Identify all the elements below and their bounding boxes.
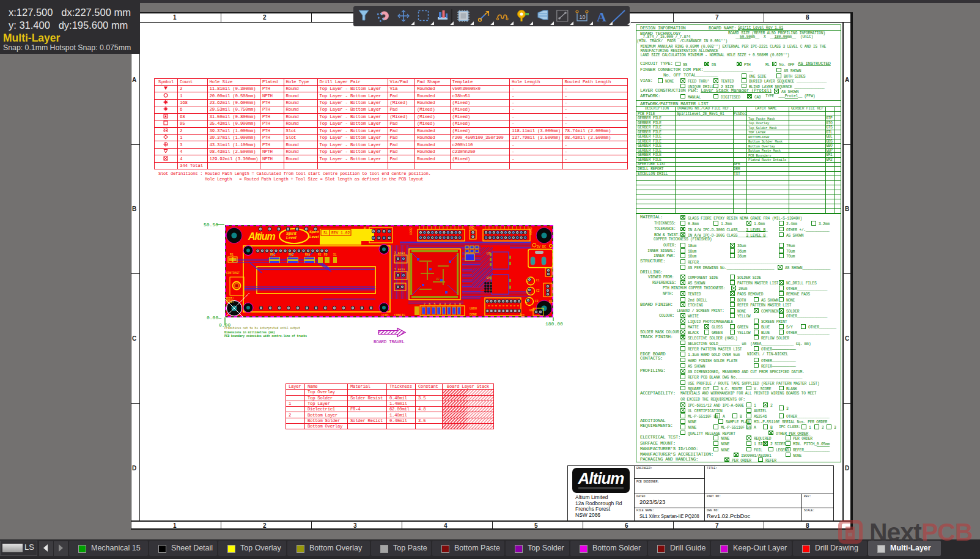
svg-text:10: 10 — [580, 14, 586, 20]
svg-text:Altium: Altium — [248, 231, 276, 242]
svg-text:BOARD TRAVEL: BOARD TRAVEL — [374, 339, 405, 344]
svg-text:C1: C1 — [536, 279, 540, 282]
svg-text:S1: S1 — [549, 300, 553, 304]
svg-text:DONE: DONE — [470, 313, 477, 317]
svg-text:HDR2: HDR2 — [410, 228, 413, 235]
svg-text:SL: SL — [323, 231, 328, 235]
svg-text:LED0: LED0 — [470, 307, 477, 311]
svg-text:LCD1: LCD1 — [381, 314, 389, 317]
svg-text:C3: C3 — [535, 300, 539, 303]
svg-text:Level: Level — [286, 235, 297, 240]
svg-text:Level: Level — [309, 235, 319, 239]
svg-text:RESET: RESET — [226, 300, 234, 303]
svg-text:REV 1.02: REV 1.02 — [331, 231, 350, 235]
svg-text:C2: C2 — [536, 289, 540, 292]
svg-text:CONFIG: CONFIG — [394, 314, 405, 317]
svg-text:RN1: RN1 — [270, 253, 276, 256]
svg-text:R9: R9 — [324, 253, 328, 256]
svg-text:Y axis: Y axis — [394, 268, 405, 271]
svg-text:R1: R1 — [230, 253, 234, 257]
svg-text:GND: GND — [469, 226, 474, 230]
svg-text:CONTRAST: CONTRAST — [226, 272, 240, 275]
svg-text:S1: S1 — [333, 253, 337, 256]
svg-text:A: A — [597, 9, 606, 24]
svg-text:RN8: RN8 — [305, 253, 311, 256]
svg-text:U2: U2 — [436, 278, 440, 281]
svg-text:5V DC: 5V DC — [537, 245, 546, 249]
svg-text:RN2: RN2 — [289, 253, 294, 256]
svg-text:X axis: X axis — [394, 251, 405, 254]
svg-text:R2: R2 — [318, 253, 322, 256]
svg-text:GND: GND — [529, 309, 535, 313]
svg-text:S2: S2 — [521, 314, 525, 318]
svg-text:HDR1: HDR1 — [364, 226, 367, 234]
